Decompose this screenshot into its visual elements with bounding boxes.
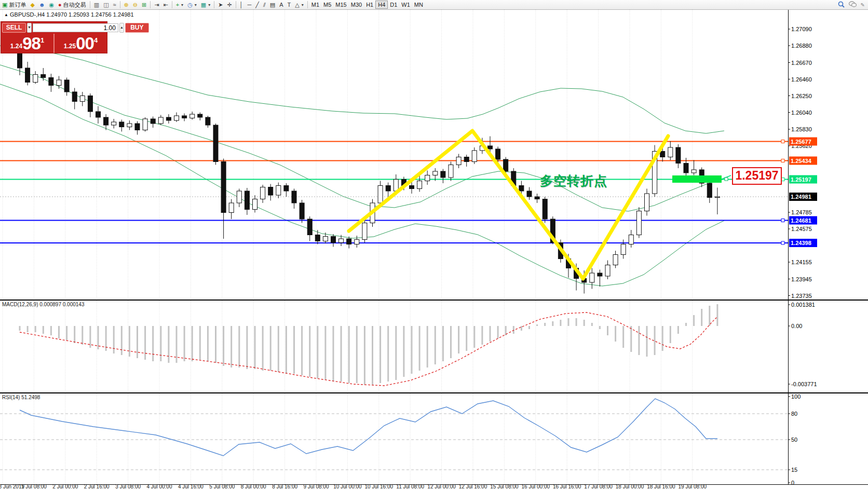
tf-mn-button[interactable]: MN bbox=[412, 1, 425, 9]
vline-button[interactable]: │ bbox=[238, 1, 246, 9]
candle bbox=[307, 219, 312, 235]
label-button[interactable]: T bbox=[286, 1, 293, 9]
trendline-icon: ╱ bbox=[255, 1, 259, 8]
channel-button[interactable]: ⫽ bbox=[261, 1, 268, 9]
profile-icon[interactable]: ☻ bbox=[37, 1, 47, 9]
tile-windows-button[interactable]: ⊞ bbox=[140, 1, 148, 9]
candle bbox=[347, 239, 351, 244]
dropdown-arrow-icon[interactable]: ▾ bbox=[181, 3, 183, 7]
toolbar-button-label: W1 bbox=[401, 2, 410, 8]
shapes-button[interactable]: △▾ bbox=[293, 1, 305, 9]
price-axis-label: 1.23945 bbox=[791, 276, 812, 282]
candle bbox=[691, 170, 696, 173]
hline-button[interactable]: ─ bbox=[245, 1, 253, 9]
chart-shift-button[interactable]: ⇤ bbox=[161, 1, 170, 9]
dropdown-arrow-icon[interactable]: ▾ bbox=[208, 3, 210, 7]
line-handle[interactable] bbox=[781, 140, 784, 143]
buy-price[interactable]: 1.25004 bbox=[55, 34, 107, 53]
search-icon[interactable] bbox=[838, 1, 845, 9]
chart-canvas[interactable]: 1.270901.268801.266701.264601.262501.260… bbox=[0, 0, 868, 490]
candle bbox=[417, 181, 422, 189]
signals-icon-icon: ◉ bbox=[49, 1, 54, 8]
zoom-in-button[interactable]: ⊕ bbox=[122, 1, 131, 9]
text-button[interactable]: A bbox=[277, 1, 285, 9]
cursor-button[interactable]: ➤ bbox=[216, 1, 225, 9]
signals-icon[interactable]: ◉ bbox=[47, 1, 56, 9]
sell-button[interactable]: SELL bbox=[2, 23, 26, 33]
candle bbox=[362, 223, 367, 240]
candle bbox=[504, 159, 508, 171]
rsi-axis-label: 50 bbox=[791, 437, 797, 443]
tf-h4-button[interactable]: H4 bbox=[375, 1, 388, 9]
chart-collapse-icon[interactable]: ▲ bbox=[4, 12, 8, 17]
chart-title-text: GBPUSD-,H4 1.24970 1.25093 1.24756 1.249… bbox=[10, 11, 134, 18]
candle bbox=[151, 119, 155, 124]
auto-scroll-button[interactable]: ⇥ bbox=[152, 1, 161, 9]
tile-windows-icon: ⊞ bbox=[142, 1, 146, 8]
volume-down-button[interactable]: ▼ bbox=[27, 23, 32, 33]
zoom-out-button[interactable]: ⊖ bbox=[131, 1, 140, 9]
macd-axis-label: 0.001381 bbox=[791, 302, 815, 308]
price-line-badge-text: 1.25434 bbox=[791, 158, 812, 164]
turning-point-annotation[interactable]: 多空转折点 bbox=[540, 172, 607, 189]
time-axis-label: 16 Jul 16:00 bbox=[553, 484, 581, 489]
toolbar-group: ⊕⊖⊞ bbox=[122, 0, 149, 9]
candle-chart-button[interactable]: ◫ bbox=[101, 1, 111, 9]
candle bbox=[253, 199, 257, 210]
templates-button[interactable]: ▦▾ bbox=[199, 1, 212, 9]
tf-m30-button[interactable]: M30 bbox=[349, 1, 364, 9]
sell-price-big: 98 bbox=[22, 35, 40, 52]
candle bbox=[72, 92, 77, 102]
zigzag-annotation[interactable] bbox=[349, 131, 668, 279]
dropdown-arrow-icon[interactable]: ▾ bbox=[302, 3, 304, 7]
time-axis-label: 16 Jul 00:00 bbox=[522, 484, 550, 489]
time-axis-label: 18 Jul 16:00 bbox=[647, 484, 675, 489]
volume-input[interactable] bbox=[33, 23, 118, 32]
time-axis-label: 15 Jul 08:00 bbox=[490, 484, 519, 489]
candle bbox=[636, 211, 641, 235]
candle bbox=[18, 53, 22, 68]
line-handle[interactable] bbox=[781, 219, 784, 222]
new-order-button[interactable]: ▣新订单 bbox=[0, 1, 28, 9]
chat-icon[interactable] bbox=[849, 1, 857, 9]
line-chart-button[interactable]: ≈ bbox=[111, 1, 118, 9]
price-callout-label[interactable]: 1.25197 bbox=[732, 167, 782, 185]
line-handle[interactable] bbox=[781, 159, 784, 162]
buy-button[interactable]: BUY bbox=[125, 23, 149, 33]
candle bbox=[527, 191, 532, 197]
indicators-button[interactable]: +▾ bbox=[174, 1, 185, 9]
bollinger-upper-band bbox=[0, 46, 724, 133]
candle bbox=[284, 186, 289, 192]
dropdown-arrow-icon[interactable]: ▾ bbox=[195, 3, 197, 7]
candle bbox=[135, 124, 140, 130]
candle bbox=[237, 191, 241, 203]
time-axis-label: 5 Jul 08:00 bbox=[209, 484, 235, 489]
bar-chart-button[interactable]: ▥ bbox=[92, 1, 101, 9]
toolbar-button-label: H1 bbox=[366, 2, 373, 8]
candle bbox=[182, 116, 187, 118]
fibonacci-button[interactable]: ▤ bbox=[268, 1, 277, 9]
line-handle[interactable] bbox=[781, 241, 784, 244]
tf-m5-button[interactable]: M5 bbox=[321, 1, 333, 9]
toolbar-group: ⇥⇤ bbox=[152, 0, 170, 9]
callout-handle[interactable] bbox=[725, 178, 728, 181]
candle bbox=[433, 171, 438, 175]
tf-m15-button[interactable]: M15 bbox=[333, 1, 348, 9]
tf-w1-button[interactable]: W1 bbox=[399, 1, 412, 9]
autotrade-button[interactable]: ●自动交易 bbox=[56, 1, 88, 9]
volume-up-button[interactable]: ▲ bbox=[119, 23, 124, 33]
green-bar-annotation[interactable] bbox=[672, 175, 722, 183]
crosshair-button[interactable]: ✛ bbox=[225, 1, 234, 9]
trendline-button[interactable]: ╱ bbox=[253, 1, 261, 9]
mql5-market-icon[interactable]: ◆ bbox=[28, 1, 36, 9]
time-axis-label: 11 Jul 08:00 bbox=[396, 484, 424, 489]
bar-chart-icon: ▥ bbox=[94, 1, 99, 8]
sell-price[interactable]: 1.24981 bbox=[1, 34, 55, 53]
tf-d1-button[interactable]: D1 bbox=[388, 1, 399, 9]
candle bbox=[41, 75, 46, 78]
tf-h1-button[interactable]: H1 bbox=[364, 1, 375, 9]
periods-button[interactable]: ◷▾ bbox=[185, 1, 199, 9]
zoom-out-icon: ⊖ bbox=[133, 1, 138, 8]
tf-m1-button[interactable]: M1 bbox=[309, 1, 321, 9]
edit-icon[interactable]: ✎ bbox=[861, 2, 865, 8]
